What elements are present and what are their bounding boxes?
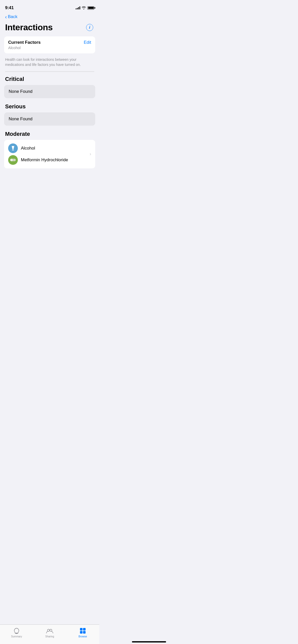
alcohol-icon-circle: [8, 143, 18, 153]
moderate-section-title: Moderate: [0, 131, 99, 140]
pill-icon: [10, 158, 16, 162]
moderate-interaction-card[interactable]: Alcohol Metformin Hydrochloride ›: [4, 140, 95, 168]
critical-none-found: None Found: [4, 85, 95, 98]
alcohol-label: Alcohol: [21, 146, 35, 151]
wifi-icon: [82, 6, 86, 9]
battery-icon: [87, 6, 94, 10]
current-factors-card: Current Factors Edit Alcohol: [4, 36, 95, 53]
critical-section-title: Critical: [0, 76, 99, 85]
back-button[interactable]: ‹ Back: [5, 14, 17, 19]
serious-section-title: Serious: [0, 103, 99, 112]
alcohol-item: Alcohol: [8, 143, 88, 153]
info-button[interactable]: i: [86, 24, 93, 31]
back-label: Back: [8, 14, 18, 19]
svg-rect-1: [10, 159, 13, 161]
page-header: Interactions i: [0, 20, 99, 36]
chevron-left-icon: ‹: [5, 14, 7, 19]
interaction-row: Alcohol Metformin Hydrochloride ›: [8, 143, 91, 165]
status-icons: [76, 6, 94, 10]
current-factor-value: Alcohol: [8, 46, 91, 50]
serious-none-found: None Found: [4, 112, 95, 126]
status-time: 9:41: [5, 5, 14, 10]
goblet-icon: [10, 145, 16, 151]
description-text: Health can look for interactions between…: [0, 54, 99, 71]
metformin-label: Metformin Hydrochloride: [21, 157, 68, 163]
current-factors-title: Current Factors: [8, 40, 41, 45]
metformin-item: Metformin Hydrochloride: [8, 155, 88, 165]
signal-icon: [76, 6, 80, 9]
page-title: Interactions: [5, 22, 53, 32]
divider: [5, 71, 94, 72]
status-bar: 9:41: [0, 0, 99, 12]
metformin-icon-circle: [8, 155, 18, 165]
chevron-right-icon: ›: [90, 151, 91, 157]
nav-bar: ‹ Back: [0, 12, 99, 20]
interaction-items: Alcohol Metformin Hydrochloride: [8, 143, 88, 165]
edit-button[interactable]: Edit: [84, 40, 91, 45]
card-header: Current Factors Edit: [8, 40, 91, 45]
